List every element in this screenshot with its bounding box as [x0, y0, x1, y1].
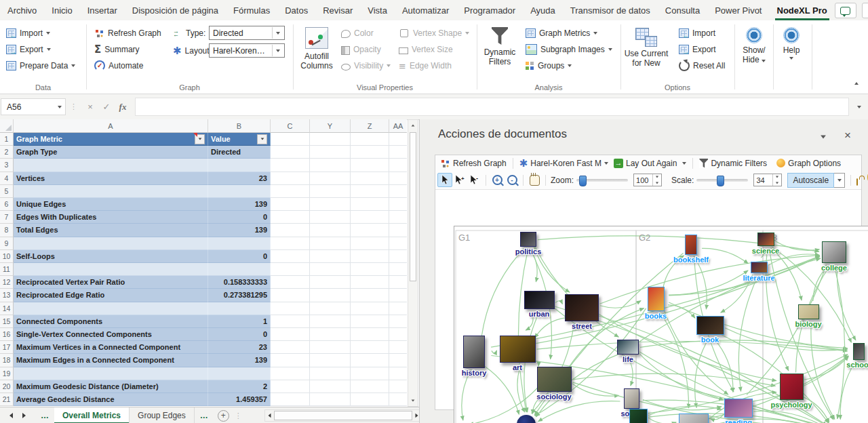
cell-Z1[interactable] [351, 133, 389, 146]
sheet-horizontal-scrollbar[interactable] [264, 409, 422, 422]
ribbon-tab-transmisor-de-datos[interactable]: Transmisor de datos [563, 0, 658, 20]
zoom-out-tool-button[interactable]: - [505, 173, 519, 187]
cell-Y17[interactable] [310, 341, 351, 354]
value-cell-row8[interactable]: 139 [208, 224, 271, 237]
ribbon-tab-nodexl-pro[interactable]: NodeXL Pro [770, 0, 835, 20]
cell-Z16[interactable] [351, 328, 389, 341]
horizontal-scroll-thumb[interactable] [274, 411, 412, 420]
formula-input[interactable] [135, 98, 849, 116]
metric-cell-row10[interactable]: Self-Loops [14, 250, 208, 263]
column-header-Y[interactable]: Y [310, 119, 351, 133]
cell-Y13[interactable] [310, 289, 351, 302]
pane-dynamic-filters-button[interactable]: Dynamic Filters [696, 159, 770, 168]
cell-Z5[interactable] [351, 185, 389, 198]
value-cell-row16[interactable]: 0 [208, 328, 271, 341]
cell-Z18[interactable] [351, 354, 389, 367]
pane-layout-dropdown[interactable]: ✱Harel-Koren Fast M [517, 159, 611, 168]
cell-AA8[interactable] [389, 224, 407, 237]
row-header-19[interactable]: 19 [0, 367, 14, 380]
cell-AA17[interactable] [389, 341, 407, 354]
graph-metrics-button[interactable]: Graph Metrics [524, 26, 599, 41]
cell-AA21[interactable] [389, 393, 407, 406]
column-header-B[interactable]: B [208, 119, 271, 133]
cell-Y15[interactable] [310, 315, 351, 328]
automate-button[interactable]: Automate [92, 58, 145, 73]
cell-C8[interactable] [271, 224, 310, 237]
empty-cell-row19[interactable] [14, 367, 208, 380]
cell-Y3[interactable] [310, 159, 351, 172]
hidden-sheets-left[interactable]: … [35, 407, 54, 423]
row-header-5[interactable]: 5 [0, 185, 14, 198]
vertex-project365[interactable] [629, 409, 648, 423]
vertex-biology[interactable] [798, 304, 819, 319]
share-button[interactable] [862, 3, 868, 18]
vertex-street[interactable] [565, 294, 599, 321]
cell-C9[interactable] [271, 237, 310, 250]
vertex-size-button[interactable]: Vertex Size [397, 42, 455, 57]
cell-Z7[interactable] [351, 211, 389, 224]
cell-AA2[interactable] [389, 146, 407, 159]
vertex-psychology[interactable] [780, 374, 804, 400]
enter-button[interactable]: ✓ [98, 98, 115, 115]
empty-cell-row5[interactable] [208, 185, 271, 198]
lock-icon[interactable] [856, 178, 858, 186]
ribbon-tab-datos[interactable]: Datos [277, 0, 315, 20]
cell-AA5[interactable] [389, 185, 407, 198]
ribbon-tab-power-pivot[interactable]: Power Pivot [707, 0, 769, 20]
row-header-14[interactable]: 14 [0, 302, 14, 315]
cell-Z12[interactable] [351, 276, 389, 289]
cell-Y10[interactable] [310, 250, 351, 263]
vertex-textbooks[interactable] [679, 414, 709, 423]
cell-Y19[interactable] [310, 367, 351, 380]
options-import-button[interactable]: ←Import [677, 26, 717, 41]
row-header-10[interactable]: 10 [0, 250, 14, 263]
vertex-sociology[interactable] [537, 367, 572, 392]
scroll-up-arrow[interactable] [408, 120, 418, 131]
vertex-science[interactable] [757, 233, 774, 246]
empty-cell-row11[interactable] [14, 263, 208, 276]
zoom-slider-thumb[interactable] [579, 176, 587, 186]
groups-button[interactable]: Groups [524, 58, 574, 73]
vertex-college[interactable] [822, 241, 846, 263]
column-header-C[interactable]: C [271, 119, 310, 133]
cell-AA11[interactable] [389, 263, 407, 276]
cell-Z6[interactable] [351, 198, 389, 211]
cell-C19[interactable] [271, 367, 310, 380]
value-cell-row13[interactable]: 0.273381295 [208, 289, 271, 302]
export-button[interactable]: →Export [4, 42, 53, 57]
cell-AA15[interactable] [389, 315, 407, 328]
empty-cell-row3[interactable] [14, 159, 208, 172]
cell-C13[interactable] [271, 289, 310, 302]
comments-button[interactable] [835, 3, 856, 18]
cell-C2[interactable] [271, 146, 310, 159]
value-cell-row2[interactable]: Directed [208, 146, 271, 159]
ribbon-tab-inicio[interactable]: Inicio [44, 0, 79, 20]
cell-AA16[interactable] [389, 328, 407, 341]
zoom-in-tool-button[interactable]: + [490, 173, 505, 187]
row-header-12[interactable]: 12 [0, 276, 14, 289]
metric-cell-row20[interactable]: Maximum Geodesic Distance (Diameter) [14, 380, 208, 393]
value-cell-row12[interactable]: 0.158333333 [208, 276, 271, 289]
value-cell-row10[interactable]: 0 [208, 250, 271, 263]
sheet-tab-overall-metrics[interactable]: Overall Metrics [54, 407, 130, 423]
cell-Y4[interactable] [310, 172, 351, 185]
name-box[interactable]: A56 [1, 98, 66, 115]
sheet-tab-group-edges[interactable]: Group Edges [130, 407, 195, 423]
column-header-Z[interactable]: Z [351, 119, 389, 133]
cell-Y12[interactable] [310, 276, 351, 289]
cell-AA18[interactable] [389, 354, 407, 367]
cell-Z13[interactable] [351, 289, 389, 302]
options-export-button[interactable]: →Export [677, 42, 718, 57]
table-header-value[interactable]: Value [208, 133, 271, 146]
autofill-columns-button[interactable]: Autofill Columns [297, 24, 336, 89]
row-header-21[interactable]: 21 [0, 393, 14, 406]
new-sheet-button[interactable]: + [218, 410, 229, 422]
cell-Z10[interactable] [351, 250, 389, 263]
row-header-1[interactable]: 1 [0, 133, 14, 146]
opacity-button[interactable]: Opacity [339, 42, 383, 57]
vertical-scroll-thumb[interactable] [410, 132, 416, 281]
row-header-15[interactable]: 15 [0, 315, 14, 328]
show-hide-button[interactable]: Show/Hide [736, 24, 772, 89]
lay-out-again-button[interactable]: →Lay Out Again [611, 159, 689, 168]
select-add-tool-button[interactable]: + [452, 173, 467, 187]
